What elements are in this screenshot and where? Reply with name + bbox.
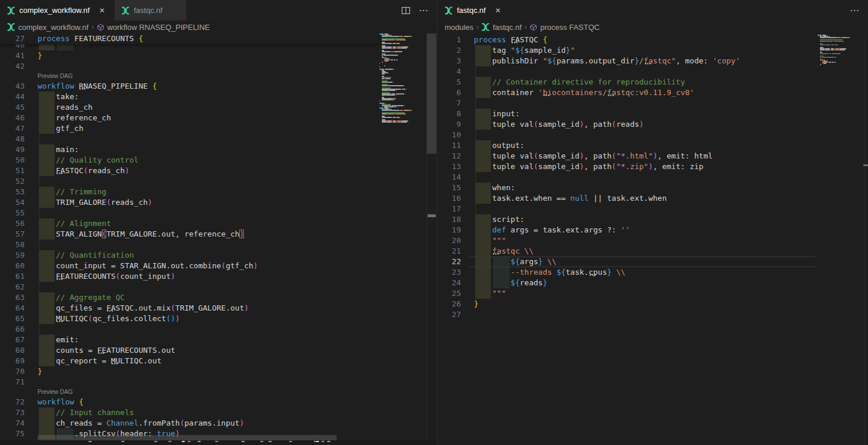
code-line-59[interactable]: 59// Quantification <box>0 250 437 261</box>
breadcrumb-item[interactable]: process FASTQC <box>530 23 599 32</box>
code-line-18[interactable]: 18script: <box>438 214 868 225</box>
code-line-61[interactable]: 61FEATURECOUNTS(count_input) <box>0 271 437 282</box>
code-line-1[interactable]: 1process FASTQC { <box>438 35 868 45</box>
more-actions-button[interactable]: ⋯ <box>850 5 860 16</box>
code-line-42[interactable]: 42 <box>0 61 437 72</box>
code-line-56[interactable]: 56// Alignment <box>0 218 437 229</box>
code-line-6[interactable]: 6container 'biocontainers/fastqc:v0.11.9… <box>438 87 868 98</box>
code-line-73[interactable]: 73// Input channels <box>0 407 437 418</box>
code-line-19[interactable]: 19def args = task.ext.args ?: '' <box>438 225 868 235</box>
editor-right[interactable]: 1process FASTQC {2tag "${sample_id}"3pub… <box>438 33 868 445</box>
code-token: // Container directive for reproducibili… <box>492 77 685 86</box>
code-line-65[interactable]: 65MULTIQC(qc_files.collect()) <box>0 313 437 324</box>
line-number: 27 <box>438 309 461 320</box>
code-line-21[interactable]: 21fastqc \\ <box>438 246 868 257</box>
code-line-5[interactable]: 5// Container directive for reproducibil… <box>438 77 868 87</box>
code-line-62[interactable]: 62 <box>0 282 437 292</box>
code-line-69[interactable]: 69qc_report = MULTIQC.out <box>0 356 437 366</box>
breadcrumb-item[interactable]: complex_workflow.nf <box>7 23 89 32</box>
code-line-14[interactable]: 14 <box>438 172 868 183</box>
code-line-11[interactable]: 11output: <box>438 140 868 151</box>
code-line-66[interactable]: 66 <box>0 324 437 335</box>
code-line-51[interactable]: 51FASTQC(reads_ch) <box>0 166 437 176</box>
tab-fastqc.nf[interactable]: fastqc.nf✕ <box>114 0 187 21</box>
minimap-mark <box>393 117 396 118</box>
code-text: gtf_ch <box>38 123 83 134</box>
line-number: 26 <box>438 299 461 309</box>
minimap-mark <box>400 110 403 111</box>
minimap-line <box>379 73 425 75</box>
code-line-44[interactable]: 44take: <box>0 92 437 102</box>
minimap-mark <box>393 122 396 123</box>
code-line-53[interactable]: 53// Trimming <box>0 187 437 197</box>
close-tab-icon[interactable]: ✕ <box>97 6 107 15</box>
code-line-74[interactable]: 74ch_reads = Channel.fromPath(params.inp… <box>0 418 437 429</box>
code-line-58[interactable]: 58 <box>0 240 437 250</box>
code-line-63[interactable]: 63// Aggregate QC <box>0 292 437 303</box>
code-line-12[interactable]: 12tuple val(sample_id), path("*.html"), … <box>438 151 868 161</box>
codelens-preview-dag[interactable]: Preview DAG <box>38 387 73 397</box>
code-line-71[interactable]: 71 <box>0 377 437 387</box>
line-number: 3 <box>438 56 461 66</box>
code-line-13[interactable]: 13tuple val(sample_id), path("*.zip"), e… <box>438 161 868 172</box>
sticky-scroll-line[interactable]: 27process FEATURECOUNTS { <box>0 33 378 44</box>
minimap[interactable] <box>378 33 426 445</box>
code-line-24[interactable]: 24${reads} <box>438 278 868 288</box>
minimap-line <box>379 82 425 83</box>
close-tab-icon[interactable]: ✕ <box>493 6 503 15</box>
code-line-52[interactable]: 52 <box>0 176 437 187</box>
line-number: 1 <box>438 35 461 45</box>
code-line-16[interactable]: 16task.ext.when == null || task.ext.when <box>438 193 868 204</box>
tab-complex_workflow.nf[interactable]: complex_workflow.nf✕ <box>0 0 114 21</box>
editor-group-divider[interactable] <box>437 0 438 445</box>
code-line-15[interactable]: 15when: <box>438 183 868 193</box>
code-line-26[interactable]: 26} <box>438 299 868 309</box>
breadcrumb-item[interactable]: fastqc.nf <box>482 23 521 32</box>
code-line-72[interactable]: 72workflow { <box>0 397 437 407</box>
code-line-54[interactable]: 54TRIM_GALORE(reads_ch) <box>0 197 437 208</box>
code-line-60[interactable]: 60count_input = STAR_ALIGN.out.combine(g… <box>0 261 437 271</box>
code-line-50[interactable]: 50// Quality control <box>0 155 437 166</box>
code-line-41[interactable]: 41} <box>0 50 437 61</box>
minimap-mark <box>391 51 393 52</box>
indent-guide <box>39 176 39 187</box>
code-line-17[interactable]: 17 <box>438 204 868 214</box>
editor-left[interactable]: 40"""41}42Preview DAG43workflow RNASEQ_P… <box>0 33 437 445</box>
code-line-9[interactable]: 9tuple val(sample_id), path(reads) <box>438 119 868 130</box>
code-line-68[interactable]: 68counts = FEATURECOUNTS.out <box>0 345 437 356</box>
code-line-20[interactable]: 20""" <box>438 235 868 246</box>
code-line-4[interactable]: 4 <box>438 66 868 77</box>
code-line-57[interactable]: 57STAR_ALIGN(TRIM_GALORE.out, reference_… <box>0 229 437 240</box>
code-line-55[interactable]: 55 <box>0 208 437 218</box>
code-line-3[interactable]: 3publishDir "${params.output_dir}/fastqc… <box>438 56 868 66</box>
code-line-45[interactable]: 45reads_ch <box>0 102 437 113</box>
vertical-scrollbar-thumb[interactable] <box>427 33 436 154</box>
code-line-49[interactable]: 49main: <box>0 144 437 155</box>
breadcrumb-item[interactable]: workflow RNASEQ_PIPELINE <box>97 23 210 32</box>
breadcrumb-item[interactable]: modules <box>445 23 473 32</box>
codelens-preview-dag[interactable]: Preview DAG <box>38 72 73 81</box>
code-line-27[interactable]: 27process FEATURECOUNTS { <box>0 33 378 44</box>
line-number: 51 <box>0 166 25 176</box>
horizontal-scrollbar-thumb[interactable] <box>38 435 337 440</box>
code-line-70[interactable]: 70} <box>0 366 437 377</box>
code-line-47[interactable]: 47gtf_ch <box>0 123 437 134</box>
code-line-7[interactable]: 7 <box>438 98 868 109</box>
code-line-2[interactable]: 2tag "${sample_id}" <box>438 45 868 56</box>
split-editor-button[interactable] <box>401 6 411 15</box>
code-line-8[interactable]: 8input: <box>438 109 868 119</box>
code-line-64[interactable]: 64qc_files = FASTQC.out.mix(TRIM_GALORE.… <box>0 303 437 313</box>
code-line-10[interactable]: 10 <box>438 130 868 140</box>
code-line-43[interactable]: 43workflow RNASEQ_PIPELINE { <box>0 81 437 92</box>
code-token: ) <box>579 162 584 171</box>
minimap[interactable] <box>816 35 854 445</box>
code-line-27[interactable]: 27 <box>438 309 868 320</box>
more-actions-button[interactable]: ⋯ <box>419 5 429 16</box>
code-line-48[interactable]: 48 <box>0 134 437 144</box>
code-line-46[interactable]: 46reference_ch <box>0 113 437 123</box>
tab-fastqc.nf[interactable]: fastqc.nf✕ <box>438 0 510 21</box>
code-line-23[interactable]: 23--threads ${task.cpus} \\ <box>438 267 868 278</box>
code-line-67[interactable]: 67emit: <box>0 335 437 345</box>
code-line-25[interactable]: 25""" <box>438 288 868 299</box>
code-line-22[interactable]: 22${args} \\ <box>438 257 868 267</box>
